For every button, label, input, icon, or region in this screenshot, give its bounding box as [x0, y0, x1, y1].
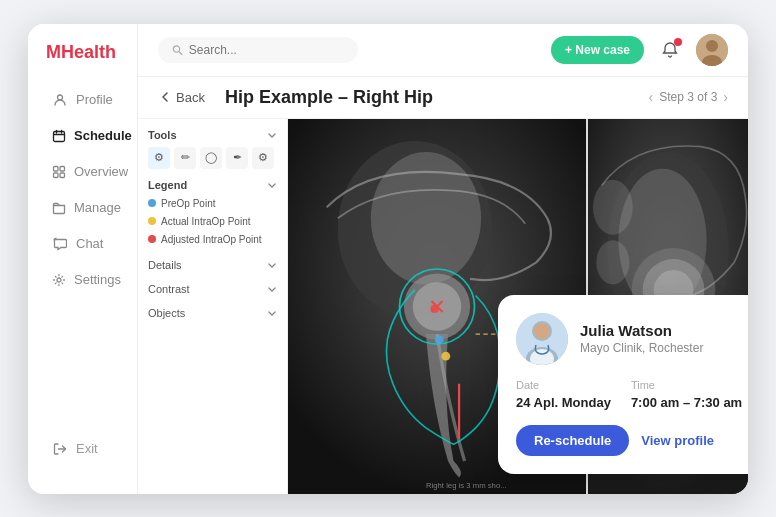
svg-point-44 — [534, 323, 550, 339]
tool-circle[interactable]: ◯ — [200, 147, 222, 169]
legend-dot-adjusted — [148, 235, 156, 243]
notification-bell[interactable] — [654, 34, 686, 66]
svg-point-29 — [441, 351, 450, 360]
svg-rect-6 — [60, 166, 65, 171]
tools-header[interactable]: Tools — [148, 129, 277, 141]
svg-rect-1 — [54, 131, 65, 141]
sidebar-item-profile[interactable]: Profile — [34, 83, 131, 117]
tool-gear2[interactable]: ⚙ — [252, 147, 274, 169]
svg-point-30 — [430, 304, 439, 313]
header-actions: + New case — [551, 34, 728, 66]
time-label: Time — [631, 379, 742, 391]
sidebar-label-overview: Overview — [74, 164, 128, 179]
left-panel: Tools ⚙ ✏ ◯ ✒ ⚙ — [138, 119, 288, 494]
details-row[interactable]: Details — [148, 256, 277, 274]
doctor-clinic: Mayo Clinik, Rochester — [580, 341, 703, 355]
case-header: Back Hip Example – Right Hip ‹ Step 3 of… — [138, 77, 748, 119]
notification-badge — [674, 38, 682, 46]
details-chevron-icon — [267, 260, 277, 270]
tool-settings[interactable]: ⚙ — [148, 147, 170, 169]
date-info: Date 24 Apl. Monday — [516, 379, 611, 411]
sidebar-label-schedule: Schedule — [74, 128, 132, 143]
svg-point-28 — [435, 335, 444, 344]
date-value: 24 Apl. Monday — [516, 395, 611, 410]
svg-point-39 — [596, 240, 629, 284]
doctor-name: Julia Watson — [580, 322, 703, 339]
tool-icons-row: ⚙ ✏ ◯ ✒ ⚙ — [148, 147, 277, 169]
search-icon — [172, 44, 183, 56]
legend-item-adjusted: Adjusted IntraOp Point — [148, 233, 277, 246]
svg-point-14 — [706, 40, 718, 52]
contrast-chevron-icon — [267, 284, 277, 294]
step-next-arrow[interactable]: › — [723, 89, 728, 105]
sidebar-item-chat[interactable]: Chat — [34, 227, 131, 261]
sidebar-label-exit: Exit — [76, 441, 98, 456]
back-arrow-icon — [158, 90, 172, 104]
search-input[interactable] — [189, 43, 344, 57]
sidebar-item-exit[interactable]: Exit — [34, 432, 131, 466]
objects-row[interactable]: Objects — [148, 304, 277, 322]
sidebar-label-profile: Profile — [76, 92, 113, 107]
svg-point-11 — [173, 45, 179, 51]
legend-dot-intraop — [148, 217, 156, 225]
tools-section: Tools ⚙ ✏ ◯ ✒ ⚙ — [148, 129, 277, 169]
step-label: Step 3 of 3 — [659, 90, 717, 104]
doctor-avatar — [516, 313, 568, 365]
details-section: Details — [148, 256, 277, 274]
sidebar-label-manage: Manage — [74, 200, 121, 215]
svg-text:Right leg is 3 mm sho...: Right leg is 3 mm sho... — [426, 481, 507, 490]
person-icon — [52, 92, 68, 108]
case-title: Hip Example – Right Hip — [225, 87, 649, 108]
svg-rect-7 — [54, 173, 59, 178]
svg-point-9 — [57, 278, 61, 282]
card-actions: Re-schedule View profile — [516, 425, 748, 456]
chevron-down-icon — [267, 130, 277, 140]
chat-icon — [52, 236, 68, 252]
profile-card-header: Julia Watson Mayo Clinik, Rochester — [516, 313, 748, 365]
sidebar-label-chat: Chat — [76, 236, 103, 251]
sidebar-bottom: Exit — [28, 422, 137, 476]
time-info: Time 7:00 am – 7:30 am — [631, 379, 742, 411]
svg-rect-5 — [54, 166, 59, 171]
sidebar-nav: Profile Schedule — [28, 83, 137, 422]
objects-chevron-icon — [267, 308, 277, 318]
folder-icon — [52, 200, 66, 216]
view-profile-button[interactable]: View profile — [641, 433, 714, 448]
card-info-row: Date 24 Apl. Monday Time 7:00 am – 7:30 … — [516, 379, 748, 411]
sidebar-label-settings: Settings — [74, 272, 121, 287]
doctor-info: Julia Watson Mayo Clinik, Rochester — [580, 322, 703, 355]
sidebar: MHealth Profile — [28, 24, 138, 494]
date-label: Date — [516, 379, 611, 391]
search-bar[interactable] — [158, 37, 358, 63]
tool-pen[interactable]: ✏ — [174, 147, 196, 169]
user-avatar[interactable] — [696, 34, 728, 66]
legend-chevron-icon — [267, 180, 277, 190]
sidebar-item-manage[interactable]: Manage — [34, 191, 131, 225]
sidebar-item-schedule[interactable]: Schedule — [34, 119, 131, 153]
svg-line-12 — [179, 51, 182, 54]
legend-item-preop: PreOp Point — [148, 197, 277, 210]
tool-edit[interactable]: ✒ — [226, 147, 248, 169]
sidebar-item-settings[interactable]: Settings — [34, 263, 131, 297]
calendar-icon — [52, 128, 66, 144]
objects-section: Objects — [148, 304, 277, 322]
legend-section: Legend PreOp Point Actual IntraOp Point — [148, 179, 277, 246]
back-label: Back — [176, 90, 205, 105]
grid-icon — [52, 164, 66, 180]
time-value: 7:00 am – 7:30 am — [631, 395, 742, 410]
contrast-row[interactable]: Contrast — [148, 280, 277, 298]
svg-point-0 — [58, 95, 63, 100]
header: + New case — [138, 24, 748, 77]
sidebar-item-overview[interactable]: Overview — [34, 155, 131, 189]
svg-rect-8 — [60, 173, 65, 178]
reschedule-button[interactable]: Re-schedule — [516, 425, 629, 456]
step-indicator: ‹ Step 3 of 3 › — [649, 89, 728, 105]
back-button[interactable]: Back — [158, 90, 205, 105]
step-prev-arrow[interactable]: ‹ — [649, 89, 654, 105]
settings-icon — [52, 272, 66, 288]
new-case-button[interactable]: + New case — [551, 36, 644, 64]
app-container: MHealth Profile — [28, 24, 748, 494]
legend-header[interactable]: Legend — [148, 179, 277, 191]
legend-item-intraop: Actual IntraOp Point — [148, 215, 277, 228]
legend-dot-preop — [148, 199, 156, 207]
